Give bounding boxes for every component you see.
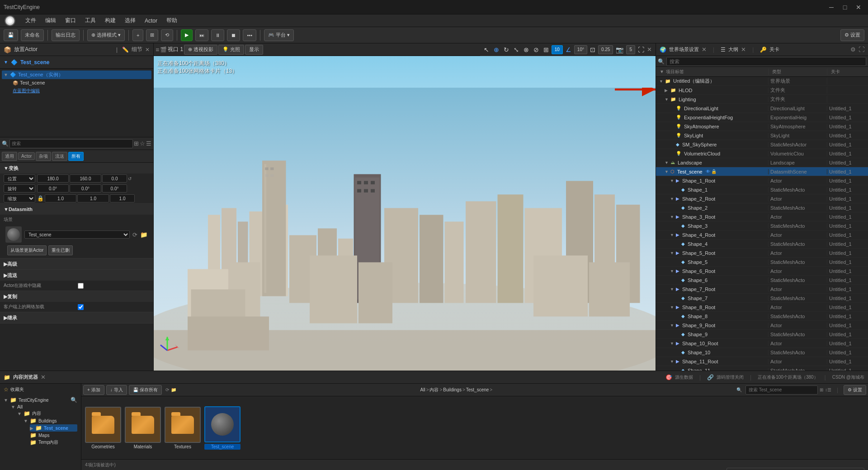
maximize-button[interactable]: □: [839, 1, 851, 13]
scene-instance-item[interactable]: ▼ 🔷 Test_scene（实例）: [2, 70, 151, 79]
perspective-btn[interactable]: ⊕透视投影: [184, 45, 217, 55]
scale-z-input[interactable]: [110, 194, 135, 202]
outliner-item-20[interactable]: ◆ Shape_5 StaticMeshActo Untitled_1: [656, 258, 868, 267]
outliner-item-10[interactable]: ▼ ⬡ Test_scene 👁 🔒 DatasmithScene Untitl…: [656, 167, 868, 176]
left-panel-close[interactable]: ✕: [145, 47, 150, 53]
content-browser-close-btn[interactable]: ✕: [41, 374, 46, 381]
vp-angle-val[interactable]: 10°: [574, 45, 587, 54]
replicate-header[interactable]: 复制: [0, 291, 153, 302]
world-settings-close[interactable]: ✕: [702, 46, 707, 53]
vp-surface-icon[interactable]: ⊘: [532, 45, 541, 54]
outliner-item-31[interactable]: ▼ ▶ Shape_11_Root Actor Untitled_1: [656, 357, 868, 366]
outliner-settings-btn[interactable]: ⚙: [850, 46, 856, 53]
pos-y-input[interactable]: [70, 174, 101, 183]
outliner-item-11[interactable]: ▼ ▶ Shape_1_Root Actor Untitled_1: [656, 176, 868, 185]
mode-button[interactable]: ⊕ 选择模式 ▾: [87, 29, 125, 41]
hidden-checkbox[interactable]: [78, 283, 84, 289]
datasmith-header[interactable]: Datasmith: [0, 204, 153, 215]
outliner-item-21[interactable]: ▼ ▶ Shape_6_Root Actor Untitled_1: [656, 267, 868, 276]
outliner-item-6[interactable]: 💡 SkyLight SkyLight Untitled_1: [656, 131, 868, 140]
filter-stream[interactable]: 流送: [52, 152, 67, 161]
pos-x-input[interactable]: [37, 174, 69, 183]
outliner-item-25[interactable]: ▼ ▶ Shape_8_Root Actor Untitled_1: [656, 303, 868, 312]
menu-tools[interactable]: 工具: [81, 16, 99, 25]
menu-select[interactable]: 选择: [121, 16, 139, 25]
content-item-geometries[interactable]: Geometries: [85, 407, 121, 449]
outliner-item-7[interactable]: ◆ SM_SkySphere StaticMeshActor Untitled_…: [656, 140, 868, 149]
vp-grid-val[interactable]: 10: [552, 45, 563, 54]
regenerate-btn[interactable]: 重生已删: [48, 245, 73, 255]
platform-button[interactable]: 🎮 平台 ▾: [264, 29, 294, 41]
tree-root-item[interactable]: ▼ 📁 TestCityEngine 🔍: [4, 396, 77, 404]
filter-actor[interactable]: Actor: [18, 152, 35, 160]
vp-gizmo-icon[interactable]: ⊗: [522, 45, 531, 54]
tree-testscene[interactable]: ▶ 📁 Test_scene: [30, 424, 77, 432]
scale-y-input[interactable]: [77, 194, 109, 202]
transform-header[interactable]: 变换: [0, 163, 153, 174]
scale-x-input[interactable]: [45, 194, 76, 202]
update-from-scene-btn[interactable]: 从场景更新Actor: [7, 245, 47, 255]
blueprint-link[interactable]: 在蓝图中编辑: [13, 88, 40, 93]
grid-view-btn[interactable]: ⊞: [134, 140, 139, 147]
advanced-header[interactable]: 高级: [0, 258, 153, 269]
play-button[interactable]: ▶: [181, 29, 193, 41]
inherit-header[interactable]: 继承: [0, 312, 153, 323]
outliner-search-input[interactable]: [666, 57, 866, 66]
outliner-close[interactable]: ✕: [741, 46, 746, 53]
outliner-item-3[interactable]: 💡 DirectionalLight DirectionalLight Unti…: [656, 104, 868, 113]
outliner-item-32[interactable]: ◆ Shape_11 StaticMeshActo Untitled_1: [656, 366, 868, 371]
snap-button[interactable]: ⟲: [161, 29, 173, 41]
content-settings-btn[interactable]: ⚙ 设置: [844, 385, 866, 395]
tree-all[interactable]: ▼ All: [11, 404, 77, 410]
step-button[interactable]: ⏭: [195, 29, 208, 41]
outliner-item-16[interactable]: ◆ Shape_3 StaticMeshActo Untitled_1: [656, 221, 868, 230]
outliner-item-15[interactable]: ▼ ▶ Shape_3_Root Actor Untitled_1: [656, 212, 868, 221]
vp-snap-val[interactable]: 0.25: [598, 45, 613, 54]
menu-window[interactable]: 窗口: [61, 16, 80, 25]
tree-buildings[interactable]: ▼ 📁 Buildings: [24, 417, 77, 424]
menu-build[interactable]: 构建: [101, 16, 119, 25]
more-toolbar-button[interactable]: •••: [243, 29, 256, 41]
project-name-button[interactable]: 未命名: [21, 29, 44, 41]
tree-temp[interactable]: 📁 Temp内容: [24, 439, 77, 446]
menu-file[interactable]: 文件: [22, 16, 40, 25]
outliner-item-17[interactable]: ▼ ▶ Shape_4_Root Actor Untitled_1: [656, 230, 868, 240]
vp-snap-icon[interactable]: ⊡: [588, 45, 597, 54]
vp-grid-icon[interactable]: ⊞: [542, 45, 551, 54]
grid-button[interactable]: ⊞: [146, 29, 158, 41]
viewport-content[interactable]: 正在准备100个距离场（380） 正在准备100张网格体卡片（13）: [154, 56, 656, 371]
stop-button[interactable]: ⏹: [227, 29, 240, 41]
filter-misc[interactable]: 杂项: [36, 152, 51, 161]
output-log-button[interactable]: 输出日志: [52, 29, 80, 41]
filter-all[interactable]: 所有: [68, 152, 84, 161]
rot-z-input[interactable]: [102, 184, 127, 193]
content-item-materials[interactable]: Materials: [125, 407, 161, 449]
content-item-testscene[interactable]: Test_scene: [204, 406, 241, 450]
outliner-item-0[interactable]: ▼ 📁 Untitled（编辑器） 世界场景: [656, 77, 868, 86]
menu-help[interactable]: 帮助: [163, 16, 181, 25]
pause-button[interactable]: ⏸: [211, 29, 224, 41]
tree-content[interactable]: ▼ 📁 内容: [17, 410, 77, 417]
content-add-btn[interactable]: + 添加: [83, 385, 104, 395]
viewport-menu-btn[interactable]: ≡: [156, 46, 159, 53]
filter-more-btn[interactable]: ☰: [146, 140, 151, 147]
vp-camera-icon[interactable]: 📷: [614, 45, 625, 54]
position-mode-select[interactable]: 位置: [4, 174, 35, 183]
outliner-item-29[interactable]: ▼ ▶ Shape_10_Root Actor Untitled_1: [656, 339, 868, 348]
position-reset-btn[interactable]: ↺: [128, 176, 132, 181]
add-button[interactable]: +: [132, 29, 143, 41]
rot-y-input[interactable]: [70, 184, 101, 193]
viewport-close-btn[interactable]: ✕: [647, 46, 652, 53]
outliner-item-27[interactable]: ▼ ▶ Shape_9_Root Actor Untitled_1: [656, 321, 868, 330]
content-search-input[interactable]: [745, 385, 818, 395]
outliner-item-9[interactable]: ▼ ⛰ Landscape Landscape Untitled_1: [656, 158, 868, 167]
content-save-all-btn[interactable]: 💾 保存所有: [129, 385, 162, 395]
vp-rotate-icon[interactable]: ↻: [502, 45, 511, 54]
outliner-item-28[interactable]: ◆ Shape_9 StaticMeshActo Untitled_1: [656, 330, 868, 339]
search-tree-icon[interactable]: 🔍: [71, 397, 77, 403]
outliner-item-13[interactable]: ▼ ▶ Shape_2_Root Actor Untitled_1: [656, 194, 868, 203]
vp-translate-icon[interactable]: ⊕: [492, 45, 501, 54]
network-load-checkbox[interactable]: [78, 304, 84, 310]
save-button[interactable]: 💾: [4, 29, 18, 41]
outliner-item-22[interactable]: ◆ Shape_6 StaticMeshActo Untitled_1: [656, 276, 868, 285]
